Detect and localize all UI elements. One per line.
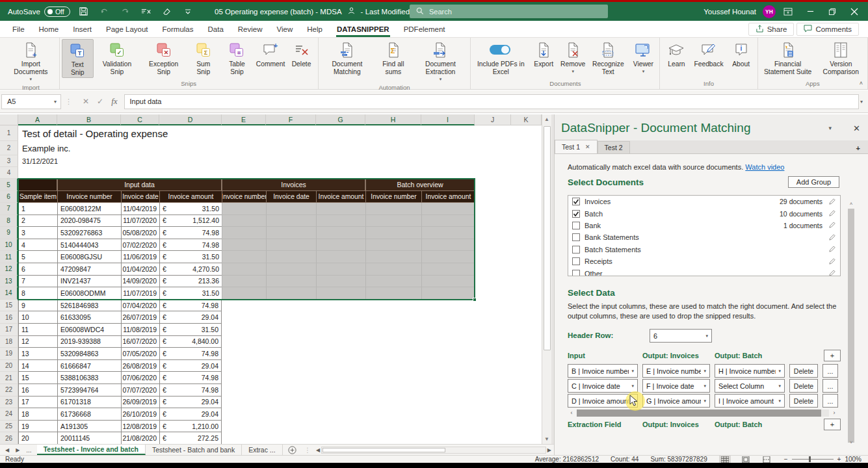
row-header-8[interactable]: 8	[0, 215, 18, 228]
cell-sample-item[interactable]: 5	[18, 251, 57, 263]
cell-invoice-amount[interactable]: €74.98	[159, 384, 222, 396]
cell-invoice-date[interactable]: 16/07/2020	[121, 336, 159, 348]
cell-sample-item[interactable]: 7	[18, 276, 57, 288]
export-button[interactable]: Export	[529, 39, 558, 69]
validation-snip-button[interactable]: ✓Validation Snip	[94, 39, 140, 77]
new-sheet-button[interactable]	[283, 445, 302, 455]
cell-invoice-date[interactable]: 12/08/2019	[121, 421, 159, 433]
ribbon-tab-home[interactable]: Home	[32, 21, 66, 37]
recognize-text-button[interactable]: Recognize Text	[588, 39, 628, 77]
row-header-13[interactable]: 13	[0, 276, 18, 288]
add-mapping-row-button[interactable]: +	[824, 350, 841, 361]
column-header-A[interactable]: A	[18, 114, 57, 125]
cell-invoice-number[interactable]: 61666847	[57, 360, 121, 372]
document-group-row[interactable]: Receipts	[568, 255, 840, 267]
formula-bar-expand-icon[interactable]: ▾	[860, 99, 868, 105]
insert-function-icon[interactable]: fx	[111, 96, 117, 107]
cell-invoice-amount[interactable]: €31.50	[159, 251, 222, 263]
output-batch-select[interactable]: Select Column▾	[715, 379, 785, 393]
cell-invoice-number[interactable]: 53209276863	[57, 227, 121, 239]
cell-invoice-number[interactable]: 2020-098475	[57, 215, 121, 228]
document-group-row[interactable]: Batch Statements	[568, 244, 840, 255]
include-pdfs-toggle-button[interactable]: Include PDFs in Excel	[473, 39, 529, 77]
row-header-1[interactable]: 1	[0, 125, 18, 141]
row-header-4[interactable]: 4	[0, 167, 18, 179]
cell-invoice-amount[interactable]: €74.98	[159, 300, 222, 312]
document-group-row[interactable]: Invoices29 documents	[568, 196, 840, 207]
row-header-11[interactable]: 11	[0, 251, 18, 263]
cell-invoice-number[interactable]: 5388106383	[57, 372, 121, 384]
find-all-sums-button[interactable]: ΣFind all sums	[375, 39, 412, 77]
row-header-10[interactable]: 10	[0, 239, 18, 252]
cell-invoice-amount[interactable]: €74.98	[159, 348, 222, 360]
table-header-cell[interactable]: Invoice date	[266, 191, 316, 203]
cell-invoice-amount[interactable]: €29.04	[159, 408, 222, 421]
edit-pencil-icon[interactable]	[827, 258, 836, 265]
table-header-cell[interactable]: Sample item	[18, 191, 57, 203]
cell-invoice-date[interactable]: 11/04/2019	[121, 203, 159, 215]
selected-empty-cell[interactable]	[222, 287, 266, 300]
table-header-cell[interactable]: Invoice amount	[421, 191, 475, 203]
cell-sample-item[interactable]: 6	[18, 263, 57, 276]
row-header-2[interactable]: 2	[0, 141, 18, 155]
search-input[interactable]: Search	[410, 5, 608, 18]
cell-invoice-number[interactable]: 5320984863	[57, 348, 121, 360]
row-header-12[interactable]: 12	[0, 263, 18, 276]
row-header-15[interactable]: 15	[0, 300, 18, 312]
minimize-button[interactable]	[800, 3, 820, 20]
selected-empty-cell[interactable]	[365, 251, 421, 263]
collapse-ribbon-icon[interactable]: ˄	[860, 80, 863, 86]
panel-scroll-thumb[interactable]	[848, 209, 854, 443]
hscroll-left-icon[interactable]: ◀	[316, 447, 320, 453]
document-matching-button[interactable]: Document Matching	[321, 39, 375, 77]
edit-pencil-icon[interactable]	[827, 198, 836, 205]
cell-invoice-date[interactable]: 11/08/2019	[121, 324, 159, 336]
column-header-H[interactable]: H	[365, 114, 421, 125]
cell-invoice-number[interactable]: INV21437	[57, 276, 121, 288]
cell-invoice-date[interactable]: 11/07/2019	[121, 287, 159, 300]
sheet-tab-testsheet-batch-and-bank[interactable]: Testsheet - Batch and bank	[146, 445, 242, 455]
document-group-row[interactable]: Bank1 documents	[568, 220, 840, 231]
cell-invoice-number[interactable]: 2019-939388	[57, 336, 121, 348]
selected-empty-cell[interactable]	[222, 239, 266, 252]
selected-empty-cell[interactable]	[421, 215, 475, 228]
delete-mapping-button[interactable]: Delete	[789, 364, 818, 378]
sheet-tab-extrac-[interactable]: Extrac ...	[242, 445, 282, 455]
cell-invoice-number[interactable]: 47209847	[57, 263, 121, 276]
edit-pencil-icon[interactable]	[827, 234, 836, 241]
restore-button[interactable]	[822, 3, 842, 20]
output-invoices-select[interactable]: E | Invoice number▾	[642, 364, 710, 378]
checkbox-unchecked[interactable]	[572, 246, 580, 254]
selected-empty-cell[interactable]	[316, 263, 365, 276]
edit-pencil-icon[interactable]	[827, 222, 836, 229]
output-invoices-select[interactable]: F | Invoice date▾	[642, 379, 710, 393]
panel-scroll-up-icon[interactable]: ˄	[847, 200, 855, 207]
selected-empty-cell[interactable]	[365, 203, 421, 215]
hscroll-right-icon[interactable]: ▶	[547, 447, 551, 453]
cell-invoice-number[interactable]: 61701318	[57, 396, 121, 409]
zoom-slider-thumb[interactable]	[809, 456, 811, 462]
status-average[interactable]: Average: 2162862512	[535, 456, 599, 463]
column-header-F[interactable]: F	[266, 114, 316, 125]
mapping-hscroll-thumb[interactable]	[577, 410, 821, 417]
exception-snip-button[interactable]: ✕Exception Snip	[140, 39, 187, 77]
row-header-14[interactable]: 14	[0, 287, 18, 300]
table-header-cell[interactable]: Invoice number	[57, 191, 121, 203]
sheet-tab-testsheet-invoice-and-batch[interactable]: Testsheet - Invoice and batch	[37, 445, 146, 455]
confirm-entry-icon[interactable]: ✓	[97, 97, 103, 106]
row-header-6[interactable]: 6	[0, 191, 18, 203]
panel-collapse-icon[interactable]: ▾	[828, 125, 832, 131]
ribbon-tab-view[interactable]: View	[270, 21, 300, 37]
selected-empty-cell[interactable]	[222, 251, 266, 263]
cell-invoice-number[interactable]: 5140444043	[57, 239, 121, 252]
more-options-button[interactable]: ...	[822, 394, 838, 408]
name-box-dropdown-icon[interactable]: ▾	[54, 99, 60, 105]
selected-empty-cell[interactable]	[421, 239, 475, 252]
ribbon-tab-data[interactable]: Data	[201, 21, 231, 37]
checkbox-unchecked[interactable]	[572, 233, 580, 241]
checkbox-unchecked[interactable]	[572, 270, 580, 276]
user-name[interactable]: Youssef Hounat	[704, 8, 756, 16]
cell-invoice-amount[interactable]: €29.04	[159, 396, 222, 409]
cell-invoice-date[interactable]: 14/09/2020	[121, 276, 159, 288]
cell-invoice-amount[interactable]: €213.36	[159, 276, 222, 288]
